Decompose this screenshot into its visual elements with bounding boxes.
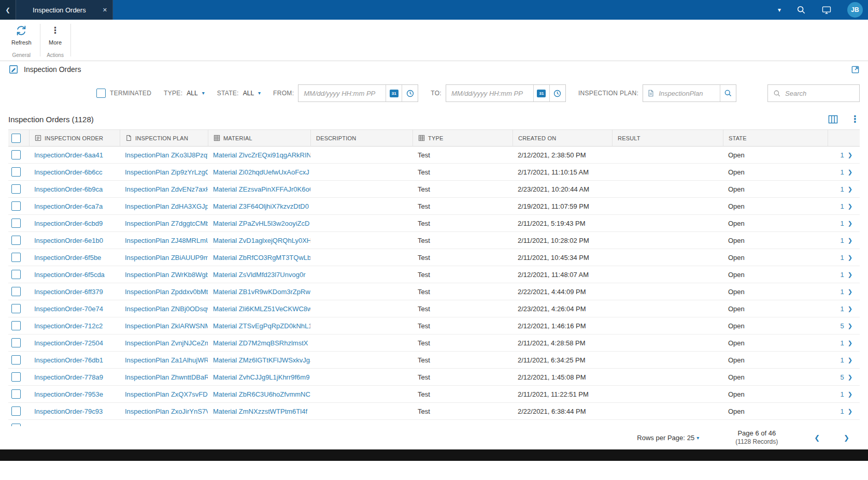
table-row[interactable]: InspectionOrder-6aa41 InspectionPlan ZKo… [8,147,860,164]
chevron-right-icon[interactable]: ❯ [848,152,852,158]
inspection-order-link[interactable]: InspectionOrder-6f5cda [29,271,120,279]
row-count-link[interactable]: 1 [841,168,844,176]
refresh-button[interactable]: Refresh [8,24,35,47]
chevron-right-icon[interactable]: ❯ [848,254,852,261]
material-link[interactable]: Material Zli6KMLZ51VeCKWC8w [208,305,310,313]
inspection-plan-link[interactable]: InspectionPlan ZklARWSNMVBl [120,322,208,330]
material-link[interactable]: Material ZvhCJJg9L1jKhrr9f6m9 [208,373,310,381]
table-row[interactable]: InspectionOrder-6f5cda InspectionPlan ZW… [8,266,860,283]
table-menu-icon[interactable]: ⋮ [850,114,860,124]
inspection-order-link[interactable]: InspectionOrder-6f5be [29,254,120,261]
row-checkbox[interactable] [11,372,21,382]
inspection-order-link[interactable]: InspectionOrder-6b6cc [29,168,120,176]
chevron-right-icon[interactable]: ❯ [848,186,852,193]
table-row[interactable]: InspectionOrder-6ff379 InspectionPlan Zp… [8,283,860,300]
inspection-order-link[interactable]: InspectionOrder-72504 [29,339,120,347]
material-link[interactable]: Material ZD7M2mqBSRhzlmstX [208,339,310,347]
inspection-order-link[interactable]: InspectionOrder-6cbd9 [29,220,120,227]
row-count-link[interactable]: 1 [841,271,844,279]
row-checkbox[interactable] [11,270,21,279]
chevron-right-icon[interactable]: ❯ [848,203,852,210]
column-header-type[interactable]: TYPE [412,130,513,146]
inspection-plan-browse-button[interactable] [720,85,736,101]
table-row[interactable]: InspectionOrder-70e74 InspectionPlan ZNB… [8,300,860,317]
row-count-link[interactable]: 1 [841,288,844,296]
inspection-plan-link[interactable]: InspectionPlan ZdHA3XGJptvVZ [120,202,208,210]
material-link[interactable]: Material ZvD1aglxejQRQhLy0XH [208,237,310,244]
select-all-checkbox[interactable] [11,134,21,143]
row-checkbox[interactable] [11,304,21,313]
chevron-right-icon[interactable]: ❯ [848,374,852,381]
tab-inspection-orders[interactable]: Inspection Orders ✕ [16,0,113,20]
row-checkbox[interactable] [11,236,21,245]
inspection-plan-link[interactable]: InspectionPlan Zip9zYrLzgCi3xC [120,168,208,176]
inspection-order-link[interactable]: InspectionOrder-6aa41 [29,151,120,159]
inspection-plan-link[interactable]: InspectionPlan ZJ48MRLmUENv [120,237,208,244]
material-link[interactable]: Material Z3F64OljhiX7kzvzDtD0 [208,202,310,210]
row-checkbox[interactable] [11,150,21,159]
material-link[interactable]: Material ZEzsvaPinXFFAJr0K6o6 [208,185,310,193]
material-link[interactable]: Material ZB1vR9wKDom3rZpRw [208,288,310,296]
table-row[interactable]: InspectionOrder-712c2 InspectionPlan Zkl… [8,317,860,334]
chevron-right-icon[interactable]: ❯ [848,357,852,363]
global-search-input[interactable] [785,90,854,97]
inspection-plan-link[interactable]: InspectionPlan ZBiAUUP9mvEk [120,254,208,261]
from-clock-button[interactable] [402,85,418,101]
table-row[interactable]: InspectionOrder-778a9 InspectionPlan Zhw… [8,369,860,386]
table-row[interactable]: InspectionOrder-6ca7a InspectionPlan ZdH… [8,198,860,215]
inspection-plan-link[interactable]: InspectionPlan ZvnjNJCeZmTxvl [120,339,208,347]
table-row[interactable]: InspectionOrder-7953e InspectionPlan ZxQ… [8,386,860,403]
material-link[interactable]: Material ZbR6C3U6hoZfvmmNC [208,390,310,398]
row-count-link[interactable]: 5 [841,322,844,330]
inspection-order-link[interactable]: InspectionOrder-778a9 [29,373,120,381]
material-link[interactable]: Material ZPaZvHL5l3w2ooyiZcD [208,220,310,227]
row-count-link[interactable]: 1 [841,237,844,244]
chevron-down-icon[interactable]: ▾ [778,6,781,13]
close-tab-icon[interactable]: ✕ [103,7,107,13]
column-header-material[interactable]: MATERIAL [208,130,310,146]
type-filter-dropdown[interactable]: TYPE: ALL ▾ [164,90,205,97]
chevron-right-icon[interactable]: ❯ [848,271,852,278]
from-datetime-input[interactable] [298,85,386,101]
row-checkbox[interactable] [11,287,21,296]
column-header-inspection-order[interactable]: INSPECTION ORDER [29,130,120,146]
inspection-plan-link[interactable]: InspectionPlan ZdvENz7axHuuC [120,185,208,193]
row-checkbox[interactable] [11,201,21,211]
inspection-order-link[interactable]: InspectionOrder-70e74 [29,305,120,313]
row-checkbox[interactable] [11,184,21,194]
inspection-order-link[interactable]: InspectionOrder-6e1b0 [29,237,120,244]
row-count-link[interactable]: 1 [841,151,844,159]
column-header-created-on[interactable]: CREATED ON [513,130,612,146]
inspection-order-link[interactable]: InspectionOrder-6ff379 [29,288,120,296]
inspection-plan-link[interactable]: InspectionPlan ZKo3lJ8PzqfLpa [120,151,208,159]
inspection-plan-link[interactable]: InspectionPlan ZNBj0ODsqwCa [120,305,208,313]
inspection-plan-link[interactable]: InspectionPlan ZhwnttDBaRKXl [120,373,208,381]
row-checkbox[interactable] [11,253,21,262]
row-checkbox[interactable] [11,167,21,177]
global-search-box[interactable] [767,84,860,102]
state-filter-dropdown[interactable]: STATE: ALL ▾ [217,90,261,97]
chevron-right-icon[interactable]: ❯ [848,391,852,398]
terminated-checkbox[interactable] [96,89,106,98]
material-link[interactable]: Material ZlvcZrEQxi91qgARkRIN [208,151,310,159]
to-clock-button[interactable] [549,85,565,101]
row-checkbox[interactable] [11,321,21,330]
inspection-order-link[interactable]: InspectionOrder-6ca7a [29,202,120,210]
column-header-state[interactable]: STATE [723,130,828,146]
column-header-description[interactable]: DESCRIPTION [310,130,412,146]
table-row[interactable]: InspectionOrder-72504 InspectionPlan Zvn… [8,334,860,352]
previous-page-button[interactable]: ❮ [814,434,820,442]
from-calendar-button[interactable]: 31 [386,85,402,101]
inspection-plan-link[interactable]: InspectionPlan ZxoJirYnS7VFLf9 [120,408,208,415]
row-checkbox[interactable] [11,406,21,416]
to-datetime-input[interactable] [446,85,533,101]
row-checkbox[interactable] [11,338,21,347]
row-checkbox[interactable] [11,219,21,228]
row-checkbox[interactable] [11,355,21,365]
row-count-link[interactable]: 1 [841,202,844,210]
expand-panel-icon[interactable] [851,65,860,74]
chevron-right-icon[interactable]: ❯ [848,323,852,329]
inspection-order-link[interactable]: InspectionOrder-79c93 [29,408,120,415]
column-header-inspection-plan[interactable]: INSPECTION PLAN [120,130,208,146]
back-button[interactable]: ❮ [0,0,16,20]
